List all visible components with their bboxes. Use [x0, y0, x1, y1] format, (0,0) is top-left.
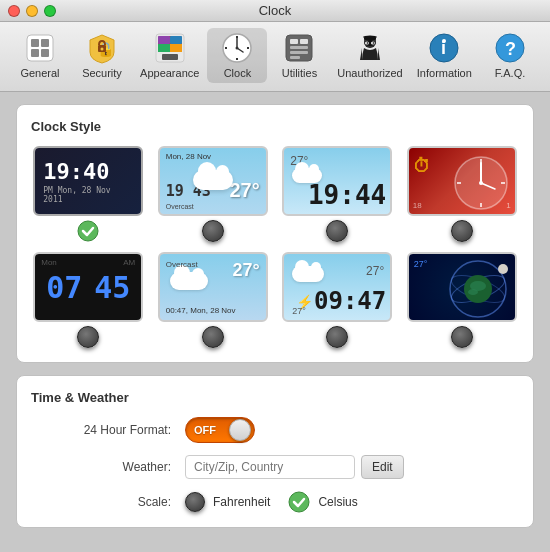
window-title: Clock: [259, 3, 292, 18]
format-row: 24 Hour Format: OFF: [31, 417, 519, 443]
clock-style-panel: Clock Style 19:40 PM Mon, 28 Nov 2011: [16, 104, 534, 363]
window-controls[interactable]: [8, 5, 56, 17]
clock-knob-7: [326, 326, 348, 348]
svg-rect-2: [41, 39, 49, 47]
clock-label: Clock: [224, 67, 252, 79]
information-label: Information: [417, 67, 472, 79]
title-bar: Clock: [0, 0, 550, 22]
cloud-shape: [193, 170, 233, 190]
toolbar-item-clock[interactable]: Clock: [207, 28, 267, 83]
toolbar-item-faq[interactable]: ? F.A.Q.: [480, 28, 540, 83]
clock-style-5[interactable]: Mon AM 07 45: [31, 252, 146, 348]
faq-label: F.A.Q.: [495, 67, 526, 79]
clock-preview-7: 27° 09:47 ⚡ 27°: [282, 252, 392, 322]
toggle-text: OFF: [194, 424, 216, 436]
cs5-day: Mon: [41, 258, 57, 267]
scale-label: Scale:: [51, 495, 171, 509]
svg-point-43: [78, 221, 98, 241]
format-label: 24 Hour Format:: [51, 423, 171, 437]
svg-rect-14: [162, 54, 178, 60]
cs7-temp-bottom: 27°: [292, 306, 306, 316]
toolbar-item-general[interactable]: General: [10, 28, 70, 83]
svg-rect-4: [41, 49, 49, 57]
clock-knob-4: [451, 220, 473, 242]
clock-style-6[interactable]: 27° Overcast 00:47, Mon, 28 Nov: [156, 252, 271, 348]
toolbar-item-utilities[interactable]: Utilities: [269, 28, 329, 83]
cs5-ampm: AM: [123, 258, 135, 267]
utilities-icon: [283, 32, 315, 64]
close-button[interactable]: [8, 5, 20, 17]
clock-preview-4: ⏱ 18 1: [407, 146, 517, 216]
unauthorized-icon: [354, 32, 386, 64]
clock-style-1[interactable]: 19:40 PM Mon, 28 Nov 2011: [31, 146, 146, 242]
unauthorized-label: Unauthorized: [337, 67, 402, 79]
cs3-time: 19:44: [308, 180, 386, 210]
information-icon: i: [428, 32, 460, 64]
clock-style-8[interactable]: 27°: [405, 252, 520, 348]
fahrenheit-label: Fahrenheit: [213, 495, 270, 509]
minimize-button[interactable]: [26, 5, 38, 17]
edit-button[interactable]: Edit: [361, 455, 404, 479]
hour-format-toggle[interactable]: OFF: [185, 417, 255, 443]
general-icon: [24, 32, 56, 64]
scale-options: Fahrenheit Celsius: [185, 491, 358, 513]
toolbar-item-information[interactable]: i Information: [411, 28, 478, 83]
svg-rect-25: [300, 39, 308, 44]
cs7-temp: 27°: [366, 264, 384, 278]
clock-style-7[interactable]: 27° 09:47 ⚡ 27°: [280, 252, 395, 348]
toggle-knob: [229, 419, 251, 441]
svg-rect-26: [290, 46, 308, 49]
svg-rect-28: [290, 56, 300, 59]
security-label: Security: [82, 67, 122, 79]
svg-point-58: [498, 264, 508, 274]
clock-knob-8: [451, 326, 473, 348]
security-icon: 🔒: [86, 32, 118, 64]
svg-rect-27: [290, 51, 308, 54]
clock-preview-5: Mon AM 07 45: [33, 252, 143, 322]
clock-icon: [221, 32, 253, 64]
clock-knob-3: [326, 220, 348, 242]
cs7-cloud: [292, 266, 324, 282]
svg-rect-1: [31, 39, 39, 47]
clock-knob-6: [202, 326, 224, 348]
clock-preview-3: 27° 19:44: [282, 146, 392, 216]
svg-rect-24: [290, 39, 298, 44]
toolbar-item-security[interactable]: 🔒 Security: [72, 28, 132, 83]
svg-rect-0: [27, 35, 53, 61]
maximize-button[interactable]: [44, 5, 56, 17]
svg-point-59: [289, 492, 309, 512]
clock-knob-2: [202, 220, 224, 242]
cs1-time: 19:40: [43, 159, 109, 184]
cs1-date: PM Mon, 28 Nov 2011: [43, 186, 133, 204]
cs6-temp: 27°: [233, 260, 260, 281]
cs7-time: 09:47: [314, 287, 386, 315]
main-content: Clock Style 19:40 PM Mon, 28 Nov 2011: [0, 92, 550, 540]
scale-row: Scale: Fahrenheit Celsius: [31, 491, 519, 513]
weather-input[interactable]: [185, 455, 355, 479]
time-weather-title: Time & Weather: [31, 390, 519, 405]
toolbar-item-unauthorized[interactable]: Unauthorized: [331, 28, 408, 83]
svg-point-40: [442, 39, 446, 43]
clock-grid: 19:40 PM Mon, 28 Nov 2011 Mon, 28 Nov 19…: [31, 146, 519, 348]
fahrenheit-knob[interactable]: [185, 492, 205, 512]
appearance-label: Appearance: [140, 67, 199, 79]
utilities-label: Utilities: [282, 67, 317, 79]
clock-knob-5: [77, 326, 99, 348]
clock-preview-2: Mon, 28 Nov 19 43 27° Overcast: [158, 146, 268, 216]
clock-style-2[interactable]: Mon, 28 Nov 19 43 27° Overcast: [156, 146, 271, 242]
clock-style-4[interactable]: ⏱ 18 1: [405, 146, 520, 242]
svg-rect-3: [31, 49, 39, 57]
svg-point-34: [367, 42, 369, 44]
clock-style-title: Clock Style: [31, 119, 519, 134]
celsius-check-icon[interactable]: [288, 491, 310, 513]
clock-preview-1: 19:40 PM Mon, 28 Nov 2011: [33, 146, 143, 216]
general-label: General: [20, 67, 59, 79]
cs2-overcast: Overcast: [166, 203, 194, 210]
cs8-temp: 27°: [414, 259, 428, 269]
clock-style-3[interactable]: 27° 19:44: [280, 146, 395, 242]
svg-point-7: [101, 48, 104, 51]
cs6-overcast: Overcast: [166, 260, 198, 269]
toolbar-item-appearance[interactable]: Appearance: [134, 28, 205, 83]
svg-rect-12: [158, 44, 170, 52]
globe-svg: [443, 254, 513, 322]
